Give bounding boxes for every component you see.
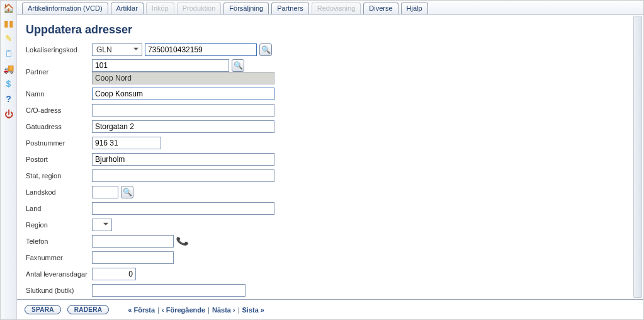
label-postnummer: Postnummer: [26, 139, 92, 147]
label-land: Land: [26, 205, 92, 212]
sidebar-nav: 🏠 ▮▮ ✎ 🗒 🚚 $ ? ⏻: [1, 1, 17, 319]
bottombar: SPARA RADERA « Första | ‹ Föregående | N…: [17, 299, 643, 319]
sidebar-icon-4[interactable]: 🚚: [3, 62, 15, 75]
sidebar-icon-5[interactable]: $: [3, 77, 15, 90]
label-slutkund-butik: Slutkund (butik): [26, 287, 92, 294]
tabbar: Artikelinformation (VCD) Artiklar Inköp …: [17, 1, 643, 14]
tab-inkop: Inköp: [146, 3, 174, 14]
postort-input[interactable]: [92, 153, 274, 166]
landskod-input[interactable]: [92, 186, 118, 198]
sidebar-icon-2[interactable]: ✎: [3, 32, 15, 45]
save-button[interactable]: SPARA: [25, 305, 61, 314]
label-stat-region: Stat, region: [26, 172, 92, 180]
sidebar-icon-3[interactable]: 🗒: [3, 47, 15, 60]
delete-button[interactable]: RADERA: [67, 305, 110, 314]
label-faxnummer: Faxnummer: [26, 254, 92, 261]
pager-sep: |: [208, 306, 210, 314]
tab-artikelinformation[interactable]: Artikelinformation (VCD): [22, 3, 108, 14]
lokaliseringskod-type-select[interactable]: GLN: [92, 43, 142, 56]
partner-lookup-button[interactable]: 🔍: [232, 59, 244, 72]
pager-first[interactable]: « Första: [128, 306, 155, 314]
sidebar-power-icon[interactable]: ⏻: [3, 108, 15, 120]
co-adress-input[interactable]: [92, 104, 274, 117]
gatuadress-input[interactable]: [92, 120, 274, 133]
label-co-adress: C/O-adress: [26, 106, 92, 114]
tab-forsaljning[interactable]: Försäljning: [223, 3, 269, 14]
postnummer-input[interactable]: [92, 137, 161, 149]
pager-next[interactable]: Nästa ›: [212, 306, 235, 314]
tab-artiklar[interactable]: Artiklar: [111, 3, 144, 14]
tab-redovisning: Redovisning: [312, 3, 361, 14]
faxnummer-input[interactable]: [92, 251, 174, 264]
land-input[interactable]: [92, 202, 274, 215]
partner-id-input[interactable]: [92, 59, 229, 72]
form-area: Lokaliseringskod GLN 🔍 Partner 🔍 Coop No…: [17, 43, 643, 299]
page-title: Uppdatera adresser: [17, 14, 643, 43]
pager-last[interactable]: Sista »: [242, 306, 264, 314]
label-lokaliseringskod: Lokaliseringskod: [26, 46, 92, 54]
namn-input[interactable]: [92, 88, 274, 100]
label-landskod: Landskod: [26, 188, 92, 196]
stat-region-input[interactable]: [92, 169, 274, 182]
antal-leveransdagar-input[interactable]: [92, 268, 136, 280]
telefon-input[interactable]: [92, 235, 174, 248]
phone-icon: 📞: [175, 234, 189, 248]
search-icon: 🔍: [261, 45, 271, 54]
pager-sep: |: [157, 306, 159, 314]
partner-name-display: Coop Nord: [92, 72, 274, 84]
label-postort: Postort: [26, 156, 92, 163]
slutkund-butik-input[interactable]: [92, 284, 246, 297]
label-namn: Namn: [26, 90, 92, 98]
tab-produktion: Produktion: [177, 3, 222, 14]
label-partner: Partner: [26, 68, 92, 76]
region-select[interactable]: [92, 219, 112, 231]
sidebar-home-icon[interactable]: 🏠: [3, 2, 15, 14]
pager: « Första | ‹ Föregående | Nästa › | Sist…: [128, 306, 264, 314]
pager-sep: |: [238, 306, 240, 314]
lokaliseringskod-input[interactable]: [145, 43, 257, 56]
sidebar-help-icon[interactable]: ?: [3, 93, 15, 105]
tab-partners[interactable]: Partners: [271, 3, 309, 14]
sidebar-icon-1[interactable]: ▮▮: [3, 17, 15, 30]
search-icon: 🔍: [234, 61, 243, 70]
pager-prev[interactable]: ‹ Föregående: [162, 306, 205, 314]
label-telefon: Telefon: [26, 237, 92, 245]
tab-hjalp[interactable]: Hjälp: [401, 3, 428, 14]
scrollbar[interactable]: [633, 16, 642, 298]
tab-diverse[interactable]: Diverse: [363, 3, 398, 14]
label-region: Region: [26, 221, 92, 229]
lokaliseringskod-lookup-button[interactable]: 🔍: [259, 43, 272, 56]
landskod-lookup-button[interactable]: 🔍: [121, 186, 133, 198]
search-icon: 🔍: [123, 188, 132, 197]
label-gatuadress: Gatuadress: [26, 123, 92, 130]
label-antal-leveransdagar: Antal leveransdagar: [26, 270, 92, 278]
